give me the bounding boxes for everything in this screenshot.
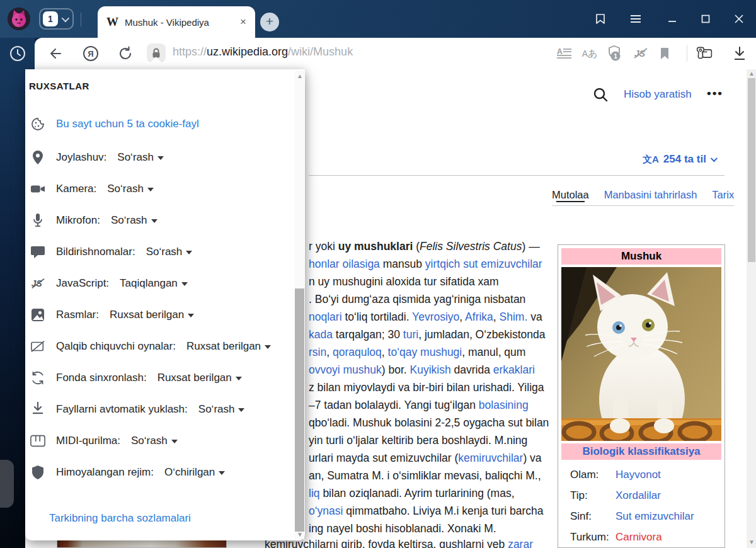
- permission-value-dropdown[interactable]: Soʻrash: [198, 403, 245, 416]
- new-tab-button[interactable]: +: [260, 13, 279, 31]
- article-line: an, Sumatra M. i oʻsimliklar mevasi, bal…: [309, 467, 554, 484]
- taxo-value-link[interactable]: Carnivora: [616, 529, 662, 545]
- article-line: n uy mushugini aloxida tur sifatida xam: [309, 273, 554, 290]
- page-scrollbar-thumb[interactable]: [748, 78, 755, 262]
- language-count: 254 ta til: [663, 153, 706, 166]
- minimize-button[interactable]: [665, 13, 680, 25]
- article-link[interactable]: rsin: [309, 346, 326, 358]
- more-options-icon[interactable]: •••: [707, 86, 723, 100]
- article-tab[interactable]: Tarix: [712, 189, 734, 201]
- collections-icon[interactable]: [696, 45, 713, 62]
- history-clock-icon[interactable]: [9, 45, 26, 62]
- language-selector[interactable]: 文A 254 ta til: [643, 153, 716, 166]
- article-link[interactable]: erkaklari: [493, 363, 535, 376]
- article-link[interactable]: noqlari: [309, 311, 342, 323]
- maximize-button[interactable]: [698, 13, 713, 25]
- article-link[interactable]: zarar: [508, 538, 533, 548]
- article-link[interactable]: bolasining: [479, 399, 529, 411]
- taxo-value-link[interactable]: Xordalilar: [616, 488, 661, 503]
- article-tab[interactable]: Mutolaa: [552, 189, 589, 201]
- scroll-up-icon[interactable]: ▲: [297, 73, 303, 79]
- article-link[interactable]: Kuyikish: [410, 363, 451, 376]
- scroll-up-icon[interactable]: ▲: [748, 71, 755, 77]
- article-line: –7 tadan bolalaydi. Yangi tugʻilgan bola…: [309, 396, 554, 414]
- permission-row: MIDI-qurilma:Soʻrash: [30, 431, 178, 450]
- bookmarks-flag-icon[interactable]: [593, 13, 608, 25]
- refresh-icon[interactable]: [117, 45, 134, 62]
- article-link[interactable]: qoraquloq: [333, 346, 382, 358]
- taxobox-title: Mushuk: [561, 248, 721, 265]
- language-icon: 文A: [643, 154, 659, 166]
- article-link[interactable]: honlar oilasiga: [309, 258, 380, 270]
- article-link[interactable]: toʻqay mushugi: [388, 346, 462, 358]
- article-link[interactable]: oʻynasi: [309, 505, 343, 517]
- dropdown-caret-icon: [238, 408, 244, 412]
- article-text-segment: –7 tadan bolalaydi. Yangi tugʻilgan: [309, 399, 479, 411]
- permission-row: Rasmlar:Ruxsat berilgan: [30, 305, 194, 324]
- yandex-search-icon[interactable]: Я: [82, 45, 100, 62]
- permission-value-dropdown[interactable]: Soʻrash: [131, 435, 178, 447]
- back-button[interactable]: [47, 45, 64, 62]
- permission-value: Taqiqlangan: [120, 277, 178, 290]
- protect-shield-icon[interactable]: 1: [605, 45, 623, 62]
- scroll-down-icon[interactable]: ▼: [748, 539, 755, 545]
- article-text-segment: ,: [382, 346, 388, 358]
- permission-value-dropdown[interactable]: Ruxsat berilgan: [158, 372, 242, 384]
- tab-close-icon[interactable]: ×: [240, 16, 246, 28]
- tab-counter-button[interactable]: 1: [39, 8, 74, 30]
- permission-value-dropdown[interactable]: Soʻrash: [107, 183, 154, 195]
- taxo-value-link[interactable]: Sut emizuvchilar: [616, 508, 694, 524]
- search-icon[interactable]: [593, 87, 609, 103]
- article-text: r yoki uy mushuklari (Felis Silvestris C…: [309, 237, 554, 537]
- article-link[interactable]: yirtqich sut emizuvchilar: [425, 258, 542, 270]
- location-icon: [30, 150, 45, 165]
- article-link[interactable]: kada: [309, 328, 333, 341]
- content-settings-link[interactable]: Tarkibning barcha sozlamalari: [49, 512, 191, 525]
- article-image-sliver[interactable]: [57, 539, 227, 548]
- article-link[interactable]: Yevrosiyo: [412, 311, 459, 323]
- article-link[interactable]: liq: [309, 487, 320, 499]
- permission-value-dropdown[interactable]: Ruxsat berilgan: [110, 309, 194, 321]
- panel-scrollbar-thumb[interactable]: [295, 288, 304, 532]
- browser-tab[interactable]: W Mushuk - Vikipediya ×: [98, 6, 255, 38]
- reader-mode-icon[interactable]: A: [556, 45, 573, 62]
- bookmark-icon[interactable]: [656, 45, 673, 62]
- permission-label: MIDI-qurilma:: [56, 435, 120, 447]
- permission-value-dropdown[interactable]: Soʻrash: [117, 151, 164, 164]
- article-line: r yoki uy mushuklari (Felis Silvestris C…: [309, 237, 554, 255]
- permission-value-dropdown[interactable]: Soʻrash: [111, 214, 158, 227]
- sync-icon: [30, 370, 45, 385]
- cookies-link[interactable]: Bu sayt uchun 5 ta cookie-fayl: [56, 118, 199, 130]
- permission-value: Ruxsat berilgan: [110, 309, 184, 321]
- taxobox-rows: Olam:HayvonotTip:XordalilarSinf:Sut emiz…: [561, 464, 721, 547]
- translate-icon[interactable]: Aあ: [581, 45, 598, 62]
- article-link[interactable]: kemiruvchilar: [458, 452, 523, 464]
- taxobox: Mushuk: [558, 244, 725, 548]
- permission-value-dropdown[interactable]: Soʻrash: [146, 246, 193, 258]
- permission-value-dropdown[interactable]: Oʻchirilgan: [164, 466, 225, 479]
- permission-row: Fonda sinxronlash:Ruxsat berilgan: [30, 368, 242, 387]
- article-tab[interactable]: Manbasini tahrirlash: [604, 189, 697, 201]
- downloads-icon[interactable]: [731, 45, 748, 62]
- close-button[interactable]: [731, 13, 747, 25]
- sidebar-widget-handle[interactable]: [0, 460, 14, 508]
- taxobox-section-link[interactable]: Biologik klassifikatsiya: [561, 443, 721, 460]
- menu-icon[interactable]: [628, 13, 643, 25]
- article-text-segment: ing nayel boshi hisoblanadi. Xonaki M.: [309, 522, 496, 535]
- address-bar[interactable]: https://uz.wikipedia.org/wiki/Mushuk: [173, 45, 353, 59]
- create-account-link[interactable]: Hisob yaratish: [624, 88, 692, 101]
- permission-value-dropdown[interactable]: Ruxsat berilgan: [186, 340, 271, 353]
- taxo-label: Tip:: [570, 488, 616, 503]
- article-link[interactable]: turi: [403, 328, 418, 341]
- kitten-photo[interactable]: [561, 267, 721, 441]
- article-link[interactable]: Shim.: [500, 311, 528, 323]
- article-text-segment: z bilan miyovlaydi va bir-biri bilan uri…: [309, 381, 544, 394]
- popup-icon: [30, 339, 45, 354]
- scroll-down-icon[interactable]: ▼: [297, 532, 303, 538]
- permission-value-dropdown[interactable]: Taqiqlangan: [120, 277, 188, 290]
- taxo-value-link[interactable]: Hayvonot: [616, 467, 661, 482]
- article-link[interactable]: Afrika: [465, 311, 493, 323]
- profile-avatar[interactable]: [8, 8, 30, 30]
- javascript-blocked-icon[interactable]: JS: [632, 45, 650, 62]
- article-link[interactable]: ovvoyi mushuk: [309, 363, 382, 376]
